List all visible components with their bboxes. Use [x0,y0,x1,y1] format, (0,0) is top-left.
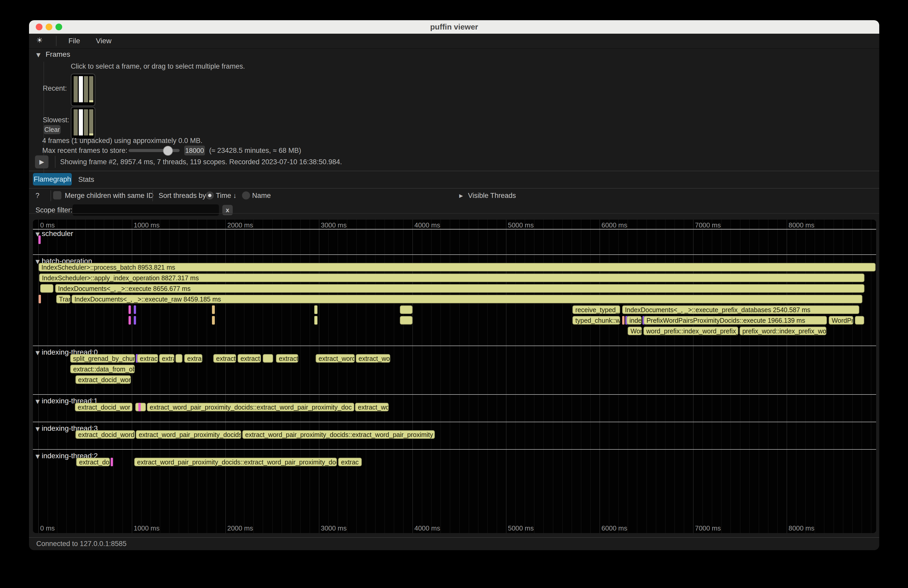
flamegraph-scope-sliver[interactable] [134,305,136,314]
sort-name-label[interactable]: Name [252,192,271,200]
flamegraph-scope-bar[interactable]: extract_docid_wor [76,375,131,384]
frame-bar[interactable] [89,109,93,135]
flamegraph-scope-sliver[interactable] [400,316,412,325]
flamegraph-scope-bar[interactable]: IndexDocuments<_, _>::execute 8656.677 m… [55,284,865,293]
flamegraph-scope-bar[interactable]: extract_docid_wor [75,403,132,411]
flamegraph-scope-bar[interactable]: extract [276,354,298,363]
tab-stats[interactable]: Stats [78,176,94,184]
flamegraph-scope-bar[interactable]: extract::data_from_ob [70,365,135,373]
visible-threads-expand-icon[interactable]: ▶ [459,193,463,198]
flamegraph-scope-sliver[interactable] [111,458,113,466]
frame-bar[interactable] [74,109,78,135]
flamegraph-scope-bar[interactable]: extract_doc [76,458,110,466]
frames-header[interactable]: Frames [46,50,70,59]
flamegraph-scope-bar[interactable]: extract [137,354,158,363]
flamegraph-scope-bar[interactable]: PrefixWordPairsProximityDocids::execute … [644,316,827,325]
flamegraph-scope-sliver[interactable] [263,354,273,363]
ruler-separator [33,229,876,230]
help-button[interactable]: ? [35,192,39,200]
flamegraph-scope-sliver[interactable] [39,295,41,303]
flamegraph-scope-bar[interactable]: IndexDocuments<_, _>::execute_raw 8459.1… [71,295,862,303]
flamegraph-scope-bar[interactable]: extra [159,354,174,363]
flamegraph-canvas[interactable]: 0 ms0 ms1000 ms1000 ms2000 ms2000 ms3000… [33,220,876,533]
flamegraph-scope-bar[interactable]: split_grenad_by_chun [70,354,135,363]
flamegraph-scope-sliver[interactable] [212,316,215,325]
title-bar[interactable]: puffin viewer [29,20,879,34]
flamegraph-scope-bar[interactable]: extrac [338,458,362,466]
flamegraph-scope-sliver[interactable] [400,305,412,314]
sort-time-radio[interactable] [206,191,214,199]
thread-header[interactable]: ▼ scheduler [35,230,73,238]
sort-name-radio[interactable] [242,191,250,199]
scope-filter-clear-button[interactable]: x [222,205,233,215]
flamegraph-scope-sliver[interactable] [212,305,215,314]
flamegraph-scope-sliver[interactable] [622,316,625,325]
sort-time-label[interactable]: Time ↓ [216,192,237,200]
recent-frames-thumbnail[interactable] [71,74,95,106]
menu-bar: ☀ File View [29,34,879,49]
merge-children-checkbox[interactable] [53,191,61,199]
flamegraph-scope-bar[interactable]: WordPr [829,316,853,325]
flamegraph-scope-sliver[interactable] [40,284,53,293]
menu-view[interactable]: View [96,37,111,45]
flamegraph-scope-bar[interactable]: IndexDocuments<_, _>::execute_prefix_dat… [622,305,859,314]
scope-filter-input[interactable] [72,204,219,216]
flamegraph-scope-sliver[interactable] [138,403,141,411]
max-frames-value[interactable]: 18000 [184,146,205,156]
flamegraph-scope-bar[interactable]: extract_word_pair_proximity_docids::extr… [134,458,337,466]
flamegraph-scope-bar[interactable]: extract_ [213,354,236,363]
maximize-window-button[interactable] [55,24,62,30]
frame-bar[interactable] [89,76,93,102]
flamegraph-scope-bar[interactable]: word_prefix::index_word_prefix_ [644,327,738,335]
flamegraph-scope-bar[interactable]: Word [628,327,642,335]
flamegraph-scope-bar[interactable]: IndexScheduler>::apply_index_operation 8… [39,273,865,282]
thread-collapse-icon[interactable]: ▼ [35,426,40,432]
thread-collapse-icon[interactable]: ▼ [35,398,40,405]
thread-collapse-icon[interactable]: ▼ [35,350,40,356]
flamegraph-scope-bar[interactable]: extract_ [238,354,261,363]
flamegraph-scope-bar[interactable]: extract_word_pair_proximity_docids [136,430,241,439]
flamegraph-scope-bar[interactable]: extract_docid_word [76,430,135,439]
flamegraph-scope-bar[interactable]: extract_word_pair_proximity_docids::extr… [242,430,435,439]
merge-children-label[interactable]: Merge children with same ID [65,192,153,200]
flamegraph-scope-bar[interactable]: extract_wo [355,403,389,411]
flamegraph-scope-sliver[interactable] [855,316,864,325]
flamegraph-scope-bar[interactable]: receive_typed_ [572,305,620,314]
flamegraph-scope-sliver[interactable] [39,235,41,244]
close-window-button[interactable] [36,24,42,30]
flamegraph-scope-bar[interactable]: IndexScheduler>::process_batch 8953.821 … [39,263,876,272]
frame-bar[interactable] [74,76,78,102]
thread-collapse-icon[interactable]: ▼ [35,453,40,459]
frame-bar[interactable] [84,76,88,102]
flamegraph-scope-bar[interactable]: prefix_word::index_prefix_wo [740,327,827,335]
flamegraph-scope-bar[interactable]: extract_word_pair_proximity_docids::extr… [147,403,354,411]
flamegraph-scope-bar[interactable]: extract_word [316,354,354,363]
flamegraph-scope-sliver[interactable] [175,354,182,363]
flamegraph-scope-bar[interactable]: Trans [56,295,71,303]
flamegraph-scope-bar[interactable]: typed_chunk::w [572,316,620,325]
flamegraph-scope-sliver[interactable] [129,305,131,314]
flamegraph-scope-sliver[interactable] [134,316,136,325]
flamegraph-scope-bar[interactable]: extrac [184,354,202,363]
frame-bar[interactable] [79,76,83,102]
flamegraph-scope-sliver[interactable] [314,305,317,314]
flamegraph-scope-sliver[interactable] [129,316,131,325]
window-title: puffin viewer [29,20,879,34]
visible-threads-header[interactable]: Visible Threads [468,192,516,200]
divider [29,188,879,189]
pause-resume-button[interactable]: ▶ [35,156,48,169]
flamegraph-scope-sliver[interactable] [314,316,317,325]
tab-flamegraph[interactable]: Flamegraph [33,173,72,185]
thread-separator [33,394,876,395]
theme-toggle-icon[interactable]: ☀ [36,36,43,45]
flamegraph-scope-bar[interactable]: extract_wo [356,354,390,363]
flamegraph-scope-bar[interactable]: index [626,316,642,325]
clear-button[interactable]: Clear [43,125,61,134]
minimize-window-button[interactable] [46,24,52,30]
frame-bar[interactable] [84,109,88,135]
frames-collapse-icon[interactable]: ▼ [36,52,40,58]
max-frames-slider-knob[interactable] [163,146,173,156]
slowest-frames-thumbnail[interactable] [71,107,95,139]
frame-bar[interactable] [79,109,83,135]
menu-file[interactable]: File [68,37,80,45]
